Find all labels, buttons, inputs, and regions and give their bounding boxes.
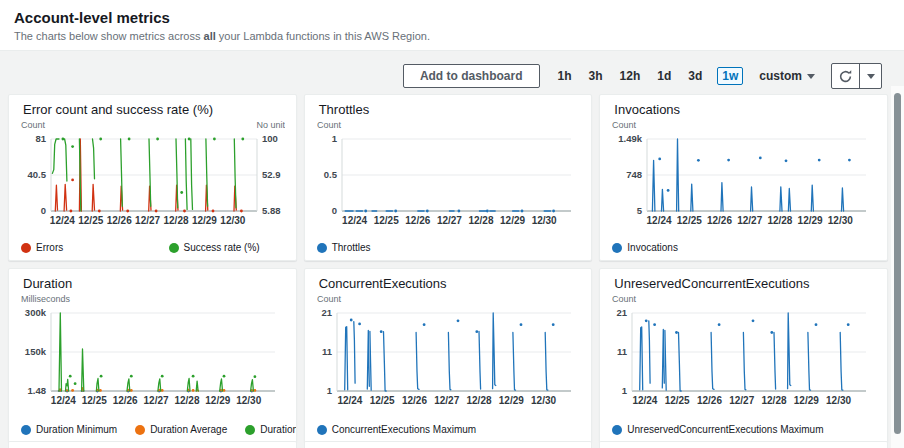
caret-down-icon bbox=[867, 74, 875, 79]
svg-text:Count: Count bbox=[317, 294, 342, 304]
svg-text:12/28: 12/28 bbox=[768, 215, 793, 226]
svg-text:12/28: 12/28 bbox=[468, 215, 493, 226]
svg-text:12/24: 12/24 bbox=[51, 395, 76, 406]
svg-text:5.88: 5.88 bbox=[262, 205, 281, 216]
svg-text:12/24: 12/24 bbox=[50, 215, 75, 226]
svg-text:Count: Count bbox=[21, 120, 46, 130]
time-range-1h[interactable]: 1h bbox=[556, 67, 574, 85]
chart-card-duration: Duration Milliseconds300k150k1.4812/2412… bbox=[8, 268, 297, 443]
time-range-3d[interactable]: 3d bbox=[686, 67, 704, 85]
svg-text:12/26: 12/26 bbox=[405, 215, 430, 226]
card-stub bbox=[599, 441, 888, 448]
svg-text:12/26: 12/26 bbox=[107, 215, 132, 226]
legend-chip-icon bbox=[245, 425, 255, 435]
metrics-toolbar: Add to dashboard 1h3h12h1d3d1w custom bbox=[0, 51, 904, 94]
legend-item-duration-minimum[interactable]: Duration Minimum bbox=[21, 424, 117, 435]
svg-text:Milliseconds: Milliseconds bbox=[21, 294, 71, 304]
svg-text:12/24: 12/24 bbox=[647, 215, 672, 226]
chart-title: Throttles bbox=[319, 102, 580, 117]
svg-text:12/24: 12/24 bbox=[342, 215, 367, 226]
legend-item-throttles[interactable]: Throttles bbox=[317, 242, 371, 253]
svg-text:150k: 150k bbox=[25, 346, 47, 357]
legend-item-success-rate-[interactable]: Success rate (%) bbox=[169, 242, 260, 253]
scrollbar-thumb[interactable] bbox=[894, 93, 901, 434]
svg-text:12/29: 12/29 bbox=[205, 395, 230, 406]
svg-text:12/29: 12/29 bbox=[798, 215, 823, 226]
time-range-1d[interactable]: 1d bbox=[655, 67, 673, 85]
svg-text:11: 11 bbox=[322, 346, 333, 357]
svg-text:12/27: 12/27 bbox=[135, 215, 160, 226]
svg-text:0: 0 bbox=[41, 205, 46, 216]
error-success-chart-plot[interactable]: CountNo unit8110040.552.905.8812/2412/25… bbox=[21, 119, 285, 236]
throttles-chart-plot[interactable]: Count10.5012/2412/2512/2612/2712/2812/29… bbox=[317, 119, 581, 236]
time-range-3h[interactable]: 3h bbox=[587, 67, 605, 85]
svg-text:12/28: 12/28 bbox=[762, 395, 787, 406]
legend-item-duration-maximum[interactable]: Duration Maximum bbox=[245, 424, 296, 435]
svg-text:100: 100 bbox=[262, 133, 278, 144]
legend-chip-icon bbox=[612, 243, 622, 253]
svg-text:21: 21 bbox=[617, 307, 628, 318]
subtitle-text: The charts below show metrics across bbox=[14, 30, 204, 42]
time-range-12h[interactable]: 12h bbox=[618, 67, 643, 85]
svg-text:300k: 300k bbox=[25, 307, 47, 318]
svg-text:11: 11 bbox=[617, 346, 628, 357]
svg-text:12/27: 12/27 bbox=[730, 395, 755, 406]
svg-text:0: 0 bbox=[331, 205, 336, 216]
card-stub bbox=[8, 441, 297, 448]
svg-text:12/25: 12/25 bbox=[369, 395, 394, 406]
page-subtitle: The charts below show metrics across all… bbox=[14, 30, 890, 42]
chart-title: ConcurrentExecutions bbox=[319, 276, 580, 291]
svg-text:12/28: 12/28 bbox=[466, 395, 491, 406]
legend-label: UnreservedConcurrentExecutions Maximum bbox=[627, 424, 823, 435]
svg-text:12/29: 12/29 bbox=[500, 215, 525, 226]
legend-item-unreservedconcurrentexecutions-maximum[interactable]: UnreservedConcurrentExecutions Maximum bbox=[612, 424, 823, 435]
svg-text:40.5: 40.5 bbox=[28, 169, 47, 180]
svg-text:12/27: 12/27 bbox=[434, 395, 459, 406]
legend-label: Throttles bbox=[332, 242, 371, 253]
legend-label: Invocations bbox=[627, 242, 678, 253]
svg-text:Count: Count bbox=[612, 294, 637, 304]
concurrent-executions-chart-plot[interactable]: Count2111112/2412/2512/2612/2712/2812/29… bbox=[317, 293, 581, 416]
svg-text:12/24: 12/24 bbox=[633, 395, 658, 406]
svg-text:12/25: 12/25 bbox=[677, 215, 702, 226]
svg-text:12/27: 12/27 bbox=[144, 395, 169, 406]
metrics-grid: Error count and success rate (%) CountNo… bbox=[8, 94, 888, 443]
legend-label: Duration Average bbox=[150, 424, 227, 435]
custom-range-dropdown[interactable]: custom bbox=[759, 69, 815, 83]
svg-text:81: 81 bbox=[35, 133, 46, 144]
subtitle-emphasis: all bbox=[204, 30, 216, 42]
refresh-button[interactable] bbox=[832, 64, 859, 88]
svg-text:12/25: 12/25 bbox=[82, 395, 107, 406]
add-to-dashboard-button[interactable]: Add to dashboard bbox=[403, 64, 540, 88]
svg-text:12/25: 12/25 bbox=[78, 215, 103, 226]
legend-item-errors[interactable]: Errors bbox=[21, 242, 63, 253]
svg-text:1: 1 bbox=[326, 385, 332, 396]
refresh-options-button[interactable] bbox=[859, 64, 881, 88]
svg-text:12/25: 12/25 bbox=[665, 395, 690, 406]
unreserved-concurrent-executions-chart-plot[interactable]: Count2111112/2412/2512/2612/2712/2812/29… bbox=[612, 293, 876, 416]
svg-text:Count: Count bbox=[612, 120, 637, 130]
legend-item-invocations[interactable]: Invocations bbox=[612, 242, 678, 253]
legend-chip-icon bbox=[612, 425, 622, 435]
svg-text:12/30: 12/30 bbox=[236, 395, 261, 406]
legend-item-concurrentexecutions-maximum[interactable]: ConcurrentExecutions Maximum bbox=[317, 424, 477, 435]
svg-text:12/27: 12/27 bbox=[738, 215, 763, 226]
invocations-chart-plot[interactable]: Count1.49k748512/2412/2512/2612/2712/281… bbox=[612, 119, 876, 236]
legend-chip-icon bbox=[135, 425, 145, 435]
legend-item-duration-average[interactable]: Duration Average bbox=[135, 424, 227, 435]
time-range-selector: 1h3h12h1d3d1w bbox=[556, 67, 744, 85]
legend-label: Duration Minimum bbox=[36, 424, 117, 435]
time-range-1w[interactable]: 1w bbox=[717, 67, 743, 85]
legend-chip-icon bbox=[21, 425, 31, 435]
svg-text:1.49k: 1.49k bbox=[619, 133, 643, 144]
chart-legend: ConcurrentExecutions Maximum bbox=[317, 424, 580, 435]
duration-chart-plot[interactable]: Milliseconds300k150k1.4812/2412/2512/261… bbox=[21, 293, 285, 416]
svg-text:12/25: 12/25 bbox=[373, 215, 398, 226]
svg-text:12/24: 12/24 bbox=[337, 395, 362, 406]
svg-text:12/30: 12/30 bbox=[828, 215, 853, 226]
chart-legend: Duration MinimumDuration AverageDuration… bbox=[21, 424, 284, 435]
svg-text:12/30: 12/30 bbox=[531, 395, 556, 406]
chart-card-error-success-rate: Error count and success rate (%) CountNo… bbox=[8, 94, 297, 261]
chart-card-throttles: Throttles Count10.5012/2412/2512/2612/27… bbox=[304, 94, 593, 261]
scrollbar-track[interactable] bbox=[891, 86, 904, 448]
